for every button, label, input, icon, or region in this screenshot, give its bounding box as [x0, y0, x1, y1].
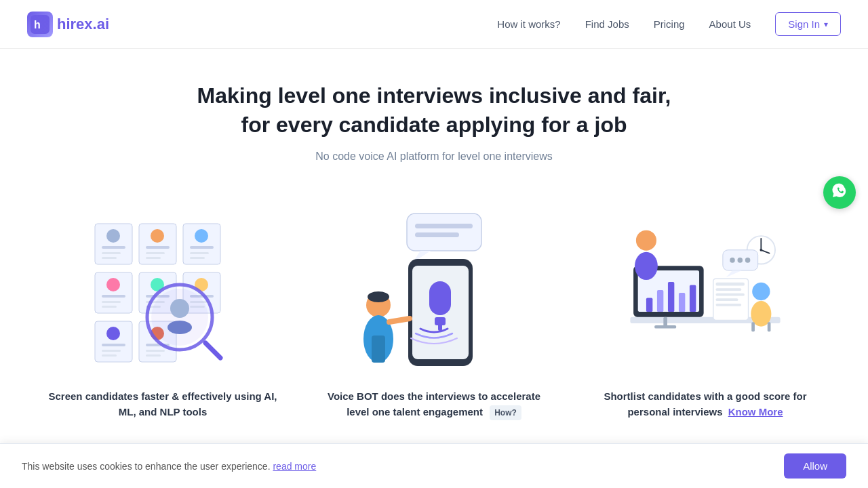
svg-rect-65 — [657, 290, 663, 312]
svg-point-8 — [151, 229, 164, 243]
navbar: h hirex.ai How it works? Find Jobs Prici… — [0, 0, 868, 49]
svg-rect-19 — [102, 295, 125, 298]
svg-rect-35 — [102, 350, 121, 352]
svg-point-87 — [635, 252, 658, 280]
shortlist-illustration — [624, 210, 787, 373]
hero-subtitle: No code voice AI platform for level one … — [27, 150, 841, 163]
svg-rect-90 — [751, 323, 755, 332]
svg-rect-4 — [102, 246, 125, 249]
voicebot-illustration — [353, 210, 515, 373]
feature-screening-title: Screen candidates faster & effectively u… — [47, 389, 278, 420]
svg-rect-49 — [415, 224, 473, 228]
svg-rect-68 — [690, 285, 696, 312]
svg-rect-40 — [146, 350, 165, 352]
svg-point-59 — [368, 291, 389, 302]
svg-rect-53 — [429, 281, 451, 315]
nav-find-jobs[interactable]: Find Jobs — [585, 18, 629, 30]
hero-section: Making level one interviews inclusive an… — [0, 49, 868, 176]
features-section: Screen candidates faster & effectively u… — [0, 176, 868, 454]
svg-rect-34 — [102, 344, 125, 346]
feature-shortlist: Shortlist candidates with a good score f… — [570, 197, 841, 434]
svg-rect-15 — [190, 252, 209, 254]
svg-rect-67 — [679, 293, 685, 312]
svg-rect-69 — [663, 317, 667, 327]
svg-rect-36 — [102, 354, 117, 357]
svg-point-85 — [745, 258, 751, 263]
svg-rect-11 — [146, 257, 161, 259]
know-more-link[interactable]: Know More — [728, 406, 783, 418]
screening-illustration — [81, 210, 244, 373]
svg-rect-74 — [716, 293, 745, 296]
svg-point-86 — [636, 230, 656, 251]
feature-screening: Screen candidates faster & effectively u… — [27, 197, 298, 434]
svg-point-13 — [195, 229, 208, 243]
svg-point-84 — [738, 258, 743, 263]
svg-rect-76 — [716, 304, 742, 306]
svg-rect-66 — [668, 282, 674, 312]
svg-rect-91 — [768, 323, 771, 332]
svg-point-3 — [106, 229, 120, 243]
svg-rect-5 — [102, 252, 121, 254]
signin-button[interactable]: Sign In ▾ — [775, 12, 841, 36]
svg-line-46 — [205, 343, 220, 358]
allow-button[interactable]: Allow — [784, 453, 846, 454]
svg-point-33 — [106, 327, 120, 340]
feature-voicebot: Voice BOT does the interviews to acceler… — [298, 197, 570, 434]
svg-rect-60 — [372, 336, 385, 363]
cookie-banner: This website uses cookies to enhance the… — [0, 443, 868, 454]
how-badge: How? — [490, 405, 521, 420]
svg-rect-21 — [102, 306, 117, 308]
chevron-down-icon: ▾ — [824, 20, 828, 29]
svg-rect-20 — [102, 301, 121, 303]
svg-rect-9 — [146, 246, 170, 249]
logo-icon: h — [27, 12, 53, 37]
nav-how-it-works[interactable]: How it works? — [497, 18, 560, 30]
svg-point-18 — [106, 278, 120, 291]
whatsapp-button[interactable] — [823, 176, 856, 209]
nav-links: How it works? Find Jobs Pricing About Us… — [497, 12, 841, 36]
svg-rect-50 — [415, 232, 459, 237]
hero-title: Making level one interviews inclusive an… — [197, 81, 671, 140]
svg-rect-6 — [102, 257, 117, 259]
nav-pricing[interactable]: Pricing — [654, 18, 685, 30]
svg-point-45 — [167, 321, 192, 334]
svg-rect-72 — [716, 283, 745, 286]
feature-voicebot-title: Voice BOT does the interviews to acceler… — [319, 389, 549, 420]
svg-rect-41 — [146, 354, 161, 357]
svg-rect-64 — [646, 298, 652, 312]
svg-rect-55 — [438, 324, 442, 331]
svg-point-44 — [170, 299, 189, 318]
svg-rect-16 — [190, 257, 205, 259]
svg-point-83 — [730, 258, 735, 263]
svg-rect-73 — [716, 289, 742, 291]
logo[interactable]: h hirex.ai — [27, 12, 109, 37]
svg-line-58 — [389, 319, 410, 322]
svg-marker-82 — [726, 270, 743, 277]
svg-rect-47 — [407, 214, 481, 251]
whatsapp-icon — [830, 181, 849, 205]
svg-text:h: h — [34, 19, 41, 30]
feature-shortlist-title: Shortlist candidates with a good score f… — [590, 389, 821, 420]
nav-about-us[interactable]: About Us — [709, 18, 751, 30]
svg-rect-70 — [654, 325, 676, 329]
svg-rect-10 — [146, 252, 165, 254]
logo-text: hirex.ai — [57, 16, 109, 33]
svg-rect-75 — [716, 299, 738, 302]
svg-point-88 — [752, 283, 770, 300]
svg-rect-14 — [190, 246, 214, 249]
